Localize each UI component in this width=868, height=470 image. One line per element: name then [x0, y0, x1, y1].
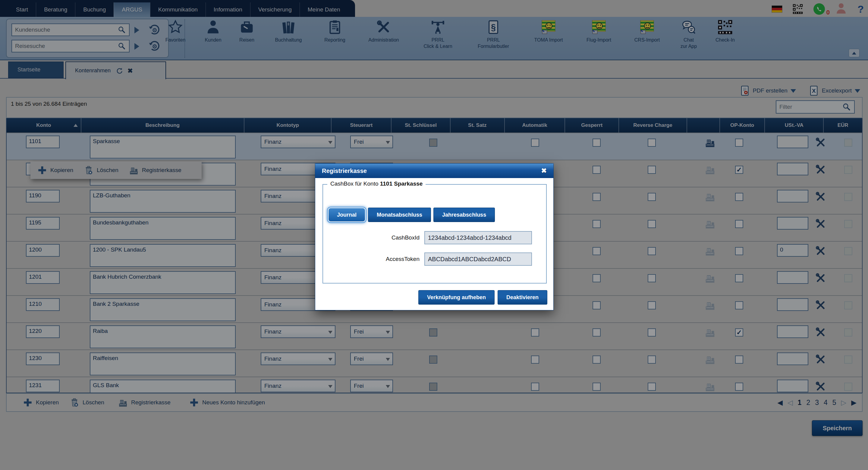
accesstoken-label: AccessToken — [315, 256, 424, 262]
registrierkasse-dialog: Registrierkasse ✖ CashBox für Konto 1101… — [315, 163, 554, 310]
jahresabschluss-button[interactable]: Jahresabschluss — [433, 208, 495, 222]
dialog-footer: Verknüpfung aufheben Deaktivieren — [418, 290, 547, 305]
cashbox-legend: CashBox für Konto 1101 Sparkasse — [327, 181, 426, 187]
deaktivieren-button[interactable]: Deaktivieren — [498, 290, 547, 305]
cashboxid-input[interactable]: 1234abcd-1234abcd-1234abcd — [424, 231, 532, 244]
dialog-titlebar[interactable]: Registrierkasse ✖ — [315, 164, 553, 178]
cashbox-actions: Journal Monatsabschluss Jahresabschluss — [328, 208, 495, 222]
monatsabschluss-button[interactable]: Monatsabschluss — [368, 208, 431, 222]
accesstoken-input[interactable]: ABCDabcd1ABCDabcd2ABCD — [424, 252, 532, 266]
cashboxid-label: CashBoxId — [315, 234, 424, 241]
close-icon[interactable]: ✖ — [541, 167, 547, 175]
dialog-title: Registrierkasse — [322, 167, 367, 175]
journal-button[interactable]: Journal — [328, 208, 366, 222]
accesstoken-row: AccessToken ABCDabcd1ABCDabcd2ABCD — [315, 252, 553, 266]
cashboxid-row: CashBoxId 1234abcd-1234abcd-1234abcd — [315, 231, 553, 244]
verknuepfung-aufheben-button[interactable]: Verknüpfung aufheben — [418, 290, 495, 305]
